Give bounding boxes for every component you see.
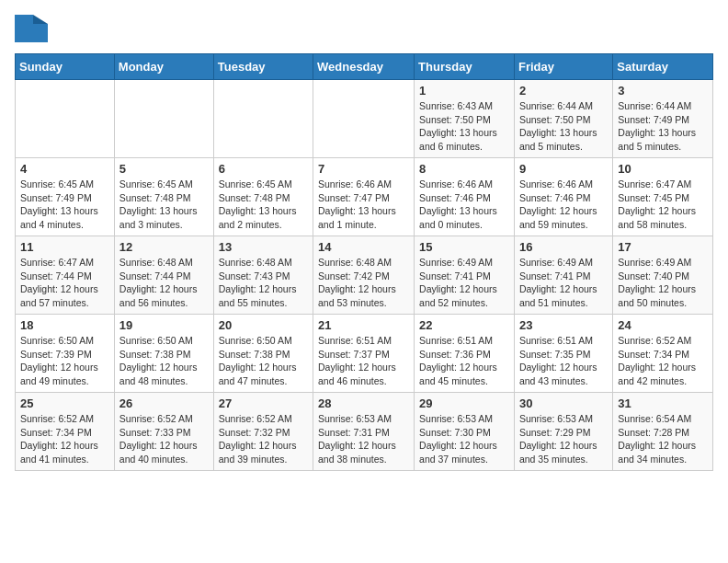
day-info: Sunrise: 6:46 AM Sunset: 7:47 PM Dayligh… <box>318 178 409 232</box>
calendar-cell: 25Sunrise: 6:52 AM Sunset: 7:34 PM Dayli… <box>16 393 115 471</box>
calendar-cell: 28Sunrise: 6:53 AM Sunset: 7:31 PM Dayli… <box>313 393 415 471</box>
col-header-wednesday: Wednesday <box>313 54 415 80</box>
day-number: 14 <box>318 240 409 254</box>
calendar-cell <box>313 80 415 158</box>
calendar-cell <box>16 80 115 158</box>
day-number: 3 <box>618 84 708 98</box>
day-info: Sunrise: 6:51 AM Sunset: 7:36 PM Dayligh… <box>419 334 509 388</box>
day-info: Sunrise: 6:53 AM Sunset: 7:29 PM Dayligh… <box>519 412 608 466</box>
day-number: 21 <box>318 318 409 332</box>
calendar-cell: 10Sunrise: 6:47 AM Sunset: 7:45 PM Dayli… <box>613 158 713 236</box>
day-info: Sunrise: 6:48 AM Sunset: 7:44 PM Dayligh… <box>119 256 209 310</box>
day-number: 8 <box>419 162 509 176</box>
calendar-cell: 1Sunrise: 6:43 AM Sunset: 7:50 PM Daylig… <box>415 80 515 158</box>
day-number: 1 <box>419 84 509 98</box>
calendar-cell: 19Sunrise: 6:50 AM Sunset: 7:38 PM Dayli… <box>114 315 213 393</box>
day-number: 27 <box>219 396 308 410</box>
day-info: Sunrise: 6:52 AM Sunset: 7:32 PM Dayligh… <box>219 412 308 466</box>
calendar-header-row: SundayMondayTuesdayWednesdayThursdayFrid… <box>16 54 713 80</box>
calendar-cell: 24Sunrise: 6:52 AM Sunset: 7:34 PM Dayli… <box>613 315 713 393</box>
day-number: 16 <box>519 240 608 254</box>
day-info: Sunrise: 6:45 AM Sunset: 7:48 PM Dayligh… <box>119 178 209 232</box>
svg-marker-0 <box>15 15 48 42</box>
day-number: 4 <box>20 162 109 176</box>
day-info: Sunrise: 6:51 AM Sunset: 7:35 PM Dayligh… <box>519 334 608 388</box>
day-number: 23 <box>519 318 608 332</box>
day-info: Sunrise: 6:50 AM Sunset: 7:38 PM Dayligh… <box>119 334 209 388</box>
calendar-cell: 9Sunrise: 6:46 AM Sunset: 7:46 PM Daylig… <box>514 158 612 236</box>
calendar-cell: 29Sunrise: 6:53 AM Sunset: 7:30 PM Dayli… <box>415 393 515 471</box>
day-number: 11 <box>20 240 109 254</box>
day-number: 20 <box>219 318 308 332</box>
calendar-cell: 4Sunrise: 6:45 AM Sunset: 7:49 PM Daylig… <box>16 158 115 236</box>
calendar-cell: 3Sunrise: 6:44 AM Sunset: 7:49 PM Daylig… <box>613 80 713 158</box>
day-info: Sunrise: 6:46 AM Sunset: 7:46 PM Dayligh… <box>519 178 608 232</box>
day-info: Sunrise: 6:43 AM Sunset: 7:50 PM Dayligh… <box>419 99 509 154</box>
calendar-cell: 8Sunrise: 6:46 AM Sunset: 7:46 PM Daylig… <box>415 158 515 236</box>
calendar-cell: 13Sunrise: 6:48 AM Sunset: 7:43 PM Dayli… <box>213 236 313 315</box>
col-header-saturday: Saturday <box>613 54 713 80</box>
day-number: 24 <box>618 318 708 332</box>
day-number: 31 <box>618 396 708 410</box>
day-number: 7 <box>318 162 409 176</box>
page-header <box>15 15 713 42</box>
calendar-cell: 27Sunrise: 6:52 AM Sunset: 7:32 PM Dayli… <box>213 393 313 471</box>
day-number: 17 <box>618 240 708 254</box>
calendar-cell: 23Sunrise: 6:51 AM Sunset: 7:35 PM Dayli… <box>514 315 612 393</box>
calendar-cell: 17Sunrise: 6:49 AM Sunset: 7:40 PM Dayli… <box>613 236 713 315</box>
calendar-cell: 15Sunrise: 6:49 AM Sunset: 7:41 PM Dayli… <box>415 236 515 315</box>
day-info: Sunrise: 6:53 AM Sunset: 7:31 PM Dayligh… <box>318 412 409 466</box>
week-row-2: 4Sunrise: 6:45 AM Sunset: 7:49 PM Daylig… <box>16 158 713 236</box>
calendar-cell: 16Sunrise: 6:49 AM Sunset: 7:41 PM Dayli… <box>514 236 612 315</box>
day-info: Sunrise: 6:53 AM Sunset: 7:30 PM Dayligh… <box>419 412 509 466</box>
day-number: 25 <box>20 396 109 410</box>
day-number: 2 <box>519 84 608 98</box>
day-number: 29 <box>419 396 509 410</box>
day-info: Sunrise: 6:44 AM Sunset: 7:49 PM Dayligh… <box>618 99 708 154</box>
calendar-cell: 31Sunrise: 6:54 AM Sunset: 7:28 PM Dayli… <box>613 393 713 471</box>
day-info: Sunrise: 6:49 AM Sunset: 7:41 PM Dayligh… <box>519 256 608 310</box>
week-row-3: 11Sunrise: 6:47 AM Sunset: 7:44 PM Dayli… <box>16 236 713 315</box>
week-row-5: 25Sunrise: 6:52 AM Sunset: 7:34 PM Dayli… <box>16 393 713 471</box>
calendar-table: SundayMondayTuesdayWednesdayThursdayFrid… <box>15 53 713 471</box>
col-header-friday: Friday <box>514 54 612 80</box>
calendar-cell: 18Sunrise: 6:50 AM Sunset: 7:39 PM Dayli… <box>16 315 115 393</box>
day-number: 5 <box>119 162 209 176</box>
day-info: Sunrise: 6:52 AM Sunset: 7:34 PM Dayligh… <box>618 334 708 388</box>
col-header-thursday: Thursday <box>415 54 515 80</box>
col-header-tuesday: Tuesday <box>213 54 313 80</box>
calendar-cell: 6Sunrise: 6:45 AM Sunset: 7:48 PM Daylig… <box>213 158 313 236</box>
calendar-cell <box>213 80 313 158</box>
day-info: Sunrise: 6:50 AM Sunset: 7:38 PM Dayligh… <box>219 334 308 388</box>
day-number: 15 <box>419 240 509 254</box>
logo-icon <box>15 15 48 42</box>
day-number: 10 <box>618 162 708 176</box>
calendar-cell: 11Sunrise: 6:47 AM Sunset: 7:44 PM Dayli… <box>16 236 115 315</box>
day-number: 22 <box>419 318 509 332</box>
svg-marker-1 <box>33 15 48 24</box>
day-info: Sunrise: 6:49 AM Sunset: 7:40 PM Dayligh… <box>618 256 708 310</box>
day-info: Sunrise: 6:48 AM Sunset: 7:42 PM Dayligh… <box>318 256 409 310</box>
calendar-cell: 7Sunrise: 6:46 AM Sunset: 7:47 PM Daylig… <box>313 158 415 236</box>
logo <box>15 15 53 42</box>
calendar-cell: 14Sunrise: 6:48 AM Sunset: 7:42 PM Dayli… <box>313 236 415 315</box>
day-info: Sunrise: 6:52 AM Sunset: 7:33 PM Dayligh… <box>119 412 209 466</box>
day-info: Sunrise: 6:52 AM Sunset: 7:34 PM Dayligh… <box>20 412 109 466</box>
day-info: Sunrise: 6:46 AM Sunset: 7:46 PM Dayligh… <box>419 178 509 232</box>
calendar-cell <box>114 80 213 158</box>
calendar-cell: 22Sunrise: 6:51 AM Sunset: 7:36 PM Dayli… <box>415 315 515 393</box>
day-number: 28 <box>318 396 409 410</box>
day-number: 9 <box>519 162 608 176</box>
day-number: 18 <box>20 318 109 332</box>
day-number: 26 <box>119 396 209 410</box>
day-info: Sunrise: 6:45 AM Sunset: 7:49 PM Dayligh… <box>20 178 109 232</box>
calendar-cell: 21Sunrise: 6:51 AM Sunset: 7:37 PM Dayli… <box>313 315 415 393</box>
day-number: 12 <box>119 240 209 254</box>
day-info: Sunrise: 6:44 AM Sunset: 7:50 PM Dayligh… <box>519 99 608 154</box>
day-info: Sunrise: 6:48 AM Sunset: 7:43 PM Dayligh… <box>219 256 308 310</box>
day-info: Sunrise: 6:47 AM Sunset: 7:44 PM Dayligh… <box>20 256 109 310</box>
day-info: Sunrise: 6:47 AM Sunset: 7:45 PM Dayligh… <box>618 178 708 232</box>
week-row-4: 18Sunrise: 6:50 AM Sunset: 7:39 PM Dayli… <box>16 315 713 393</box>
day-info: Sunrise: 6:54 AM Sunset: 7:28 PM Dayligh… <box>618 412 708 466</box>
day-number: 6 <box>219 162 308 176</box>
